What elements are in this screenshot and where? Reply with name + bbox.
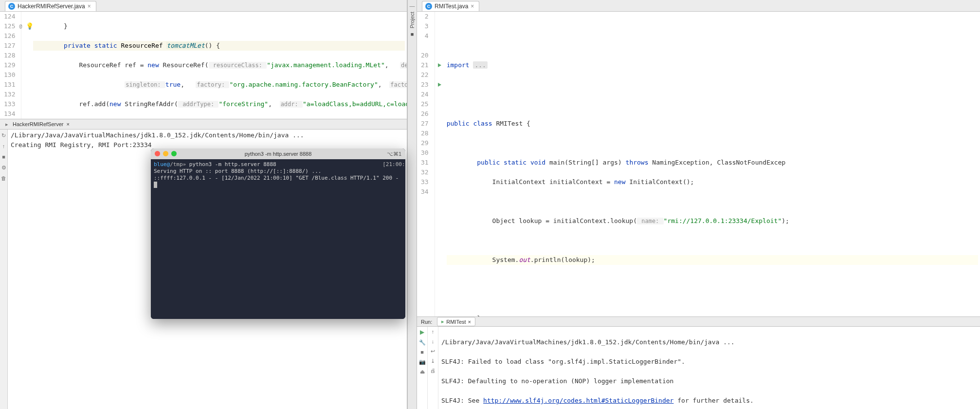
run-output[interactable]: /Library/Java/JavaVirtualMachines/jdk1.8… xyxy=(438,327,980,409)
left-console-toolbar: ↻ ↑ ■ ⚙ 🗑 xyxy=(0,130,8,409)
stop-icon[interactable]: ■ xyxy=(419,349,425,355)
tab-label: RMITest.java xyxy=(435,3,468,10)
up-icon[interactable]: ↑ xyxy=(1,143,7,149)
folder-icon[interactable]: ■ xyxy=(409,31,415,37)
window-controls xyxy=(155,151,177,156)
close-icon[interactable]: × xyxy=(471,3,474,10)
run-gutter-icon[interactable] xyxy=(438,83,441,87)
left-run-tab-strip: ▸ HackerRMIRefServer × xyxy=(0,119,407,130)
close-icon[interactable]: × xyxy=(88,3,91,10)
wrench-icon[interactable]: 🔧 xyxy=(419,339,425,345)
run-panel: Run: ▸ RMITest × ▶ 🔧 ■ 📷 ⏏ ↑ ↓ ↩ ⤓ 🖨 xyxy=(417,316,980,409)
project-tool-stripe[interactable]: — Project ■ xyxy=(407,0,417,409)
tab-hackerrmirefserver[interactable]: C HackerRMIRefServer.java × xyxy=(5,1,96,11)
run-header: Run: ▸ RMITest × xyxy=(417,317,980,327)
right-tab-bar: C RMITest.java × xyxy=(417,0,980,12)
gutter-icons: @ 💡 xyxy=(21,12,31,119)
print-icon[interactable]: 🖨 xyxy=(430,368,436,373)
collapse-icon[interactable]: — xyxy=(409,3,415,9)
run-config-name: RMITest xyxy=(446,319,466,325)
run-label: Run: xyxy=(421,319,432,325)
line-gutter: 234202122232425262728293031323334 xyxy=(417,12,435,316)
left-pane: C HackerRMIRefServer.java × 124125126127… xyxy=(0,0,407,409)
code-area[interactable]: } private static ResourceRef tomcatMLet(… xyxy=(31,12,407,119)
camera-icon[interactable]: 📷 xyxy=(419,359,425,365)
rerun-icon[interactable]: ↻ xyxy=(1,132,7,138)
console-line: SLF4J: See http://www.slf4j.org/codes.ht… xyxy=(441,396,977,406)
trash-icon[interactable]: 🗑 xyxy=(1,175,7,181)
console-line: SLF4J: Defaulting to no-operation (NOP) … xyxy=(441,376,977,386)
run-config-icon: ▸ xyxy=(441,318,444,325)
stop-icon[interactable]: ■ xyxy=(1,154,7,160)
console-line: SLF4J: Failed to load class "org.slf4j.i… xyxy=(441,357,977,367)
close-icon[interactable]: × xyxy=(468,319,471,325)
console-line: /Library/Java/JavaVirtualMachines/jdk1.8… xyxy=(441,337,977,347)
close-window-icon[interactable] xyxy=(155,151,160,156)
gutter-icons xyxy=(435,12,445,316)
close-icon[interactable]: × xyxy=(67,121,70,127)
rerun-icon[interactable]: ▶ xyxy=(420,329,424,335)
up-icon[interactable]: ↑ xyxy=(430,329,436,335)
softwrap-icon[interactable]: ↩ xyxy=(430,348,436,354)
settings-icon[interactable]: ⚙ xyxy=(1,165,7,170)
terminal-title: python3 -m http.server 8888 xyxy=(245,151,312,157)
line-gutter: 124125126127128129130131132133134 xyxy=(0,12,21,119)
right-editor[interactable]: 234202122232425262728293031323334 import… xyxy=(417,12,980,316)
run-config-icon[interactable]: ▸ xyxy=(4,121,10,127)
scroll-icon[interactable]: ⤓ xyxy=(430,358,436,364)
terminal-body[interactable]: blue@/tmp» python3 -m http.server 8888 [… xyxy=(151,159,405,319)
zoom-window-icon[interactable] xyxy=(171,151,177,156)
code-area[interactable]: import ... public class RMITest { public… xyxy=(445,12,980,316)
left-tab-bar: C HackerRMIRefServer.java × xyxy=(0,0,407,12)
fold-region[interactable]: ... xyxy=(473,61,487,69)
run-config-label[interactable]: HackerRMIRefServer xyxy=(13,121,64,127)
minimize-window-icon[interactable] xyxy=(163,151,168,156)
console-line: /Library/Java/JavaVirtualMachines/jdk1.8… xyxy=(11,130,404,140)
java-class-icon: C xyxy=(8,3,15,10)
terminal-shortcut: ⌥⌘1 xyxy=(387,151,401,157)
tab-label: HackerRMIRefServer.java xyxy=(18,3,85,10)
override-icon[interactable]: @ xyxy=(19,21,22,31)
run-toolbar-secondary: ↑ ↓ ↩ ⤓ 🖨 xyxy=(428,327,438,409)
run-gutter-icon[interactable] xyxy=(438,63,441,67)
down-icon[interactable]: ↓ xyxy=(430,338,436,344)
terminal-titlebar[interactable]: python3 -m http.server 8888 ⌥⌘1 xyxy=(151,149,405,159)
right-pane: C RMITest.java × 23420212223242526272829… xyxy=(417,0,980,409)
exit-icon[interactable]: ⏏ xyxy=(419,369,425,374)
tab-rmitest[interactable]: C RMITest.java × xyxy=(422,1,479,11)
run-toolbar-primary: ▶ 🔧 ■ 📷 ⏏ xyxy=(417,327,428,409)
slf4j-link[interactable]: http://www.slf4j.org/codes.html#StaticLo… xyxy=(483,397,673,404)
project-label[interactable]: Project xyxy=(409,12,415,28)
terminal-window[interactable]: python3 -m http.server 8888 ⌥⌘1 blue@/tm… xyxy=(151,149,405,319)
left-editor[interactable]: 124125126127128129130131132133134 @ 💡 } … xyxy=(0,12,407,119)
java-class-icon: C xyxy=(425,3,432,10)
run-config-tab[interactable]: ▸ RMITest × xyxy=(437,317,475,326)
